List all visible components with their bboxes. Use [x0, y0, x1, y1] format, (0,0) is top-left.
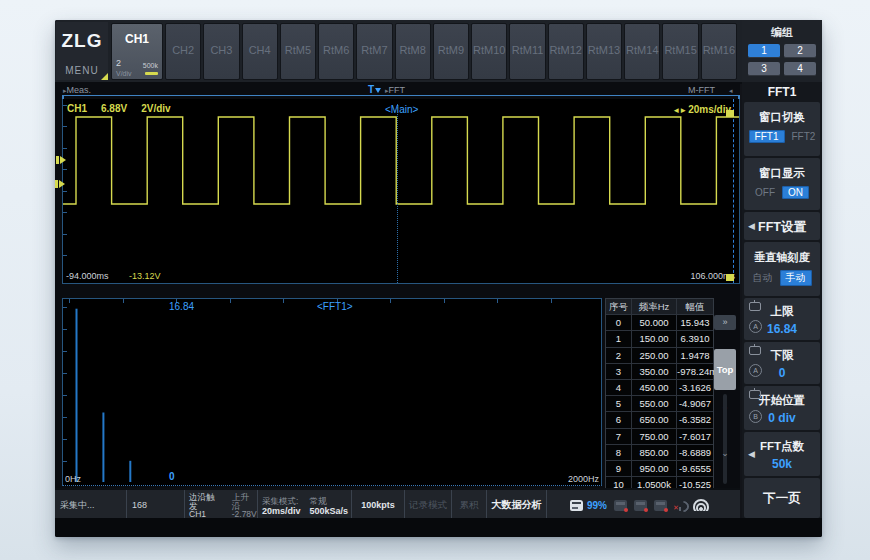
mfft-label: M-FFT: [688, 85, 715, 95]
acquisition-count-cell: 168: [127, 490, 185, 520]
table-cell: -4.9067: [677, 396, 713, 411]
table-scroll-rail: » Top ⌃ ⌄: [714, 298, 737, 488]
right-edge-cursor[interactable]: [733, 99, 734, 283]
table-row[interactable]: 6650.00-6.3582: [606, 412, 713, 428]
tab-rtm15[interactable]: RtM15: [662, 23, 698, 80]
table-row[interactable]: 7750.00-7.6017: [606, 429, 713, 445]
acquire-info-cell[interactable]: 采集模式: 20ms/div 常规 500kSa/s: [258, 490, 352, 520]
tab-rtm9[interactable]: RtM9: [433, 23, 469, 80]
mfft-collapse-icon[interactable]: ◂: [729, 85, 733, 95]
fft-spectrum-trace: [63, 299, 601, 483]
vertical-scale-auto-button[interactable]: 自动: [753, 271, 773, 285]
table-scrollbar-track[interactable]: [723, 394, 727, 484]
table-row[interactable]: 050.00015.943: [606, 315, 713, 331]
tab-label: CH2: [166, 44, 200, 56]
fft-marker-label: 0: [169, 471, 175, 482]
left-time-label: -94.000ms: [66, 271, 109, 281]
tab-depth-label: 500k: [143, 62, 158, 69]
accumulate-cell[interactable]: 累积: [452, 490, 487, 520]
fft-points-section[interactable]: ◀ FFT点数 50k: [744, 432, 820, 476]
table-cell: -8.6889: [677, 445, 713, 460]
gps-icon: ✕: [674, 500, 686, 511]
memory-depth: 100kpts: [352, 490, 404, 520]
vertical-scale-manual-button[interactable]: 手动: [780, 270, 812, 286]
tab-ch2[interactable]: CH2: [165, 23, 201, 80]
table-row[interactable]: 4450.00-3.1626: [606, 380, 713, 396]
fft-points-label: FFT点数: [744, 439, 820, 454]
meas-panel-handle[interactable]: ▸Meas.: [63, 85, 91, 95]
group-button-3[interactable]: 3: [748, 62, 780, 76]
cursor-top-handle[interactable]: [726, 110, 734, 117]
table-cell: 6.3910: [677, 331, 713, 346]
channel1-position-marker[interactable]: [55, 180, 65, 188]
big-data-cell[interactable]: 大数据分析: [487, 490, 547, 520]
trigger-level-marker[interactable]: [56, 156, 66, 164]
fft-panel-handle[interactable]: ▸FFT: [385, 85, 405, 95]
tab-rtm13[interactable]: RtM13: [586, 23, 622, 80]
tab-label: RtM13: [587, 44, 621, 56]
window-switch-fft1-button[interactable]: FFT1: [749, 130, 785, 143]
tab-rtm6[interactable]: RtM6: [318, 23, 354, 80]
table-top-button[interactable]: Top: [714, 349, 736, 390]
start-position-section[interactable]: B 开始位置 0 div: [744, 386, 820, 430]
trigger-edge: 上升沿: [232, 493, 257, 510]
trigger-info-cell[interactable]: 边沿触发 CH1 自动 上升沿 -2.78V: [185, 490, 258, 520]
tab-label: RtM8: [396, 44, 430, 56]
tab-label: RtM10: [472, 44, 506, 56]
top-bar: ZLG MENU CH12V/div500kCH2CH3CH4RtM5RtM6R…: [55, 20, 822, 84]
acquisition-status-cell: 采集中...: [55, 490, 127, 520]
window-display-on-button[interactable]: ON: [782, 186, 809, 199]
tab-ch1[interactable]: CH12V/div500k: [111, 23, 163, 80]
tab-rtm7[interactable]: RtM7: [356, 23, 392, 80]
tab-rtm11[interactable]: RtM11: [509, 23, 545, 80]
knob-b-icon: B: [749, 410, 762, 423]
group-button-1[interactable]: 1: [748, 44, 780, 58]
table-expand-button[interactable]: »: [714, 315, 736, 330]
menu-button[interactable]: ZLG MENU: [56, 22, 108, 80]
table-cell: -978.24m: [677, 364, 713, 379]
cursor-bottom-handle[interactable]: [726, 274, 734, 281]
window-switch-fft2-button[interactable]: FFT2: [792, 131, 816, 142]
tab-rtm5[interactable]: RtM5: [280, 23, 316, 80]
table-header-cell: 幅值: [677, 299, 713, 314]
table-cell: 15.943: [677, 315, 713, 330]
record-mode-cell[interactable]: 记录模式: [405, 490, 452, 520]
table-cell: -7.6017: [677, 429, 713, 444]
upper-limit-section[interactable]: A 上限 16.84: [744, 298, 820, 340]
grouping-buttons: 1234: [746, 42, 818, 78]
table-row[interactable]: 9950.00-9.6555: [606, 461, 713, 477]
status-icons: 99% ✕: [570, 490, 709, 520]
table-row[interactable]: 8850.00-8.6889: [606, 445, 713, 461]
tab-rtm16[interactable]: RtM16: [701, 23, 737, 80]
timebase-readout: ◄►20ms/div: [672, 104, 731, 115]
table-row[interactable]: 5550.00-4.9067: [606, 396, 713, 412]
tab-scale-label: 2: [116, 58, 121, 68]
group-button-2[interactable]: 2: [784, 44, 816, 58]
table-row[interactable]: 1150.006.3910: [606, 331, 713, 347]
panel-title: FFT1: [742, 82, 822, 99]
table-row[interactable]: 2250.001.9478: [606, 348, 713, 364]
memory-depth-cell: 100kpts: [352, 490, 405, 520]
sd-card-icon: [570, 500, 583, 511]
table-cell: 1.9478: [677, 348, 713, 363]
fft-freq-start-label: 0Hz: [65, 474, 81, 484]
tab-ch4[interactable]: CH4: [242, 23, 278, 80]
tab-rtm8[interactable]: RtM8: [395, 23, 431, 80]
trigger-position-marker[interactable]: T: [368, 84, 381, 95]
tab-rtm14[interactable]: RtM14: [624, 23, 660, 80]
lower-limit-section[interactable]: A 下限 0: [744, 342, 820, 384]
fft-scale-max-label: 16.84: [169, 301, 194, 312]
table-scroll-down-icon[interactable]: ⌄: [714, 448, 736, 458]
tab-ch3[interactable]: CH3: [203, 23, 239, 80]
table-row[interactable]: 3350.00-978.24m: [606, 364, 713, 380]
table-cell: 950.00: [632, 461, 677, 476]
tab-rtm12[interactable]: RtM12: [548, 23, 584, 80]
storage-icon-3: [654, 500, 667, 511]
window-display-off-button[interactable]: OFF: [755, 187, 775, 198]
knob-a-icon: A: [749, 364, 762, 377]
next-page-button[interactable]: 下一页: [744, 478, 820, 518]
tab-rtm10[interactable]: RtM10: [471, 23, 507, 80]
fft-settings-button[interactable]: ◀ FFT设置: [744, 212, 820, 240]
grouping-title: 编组: [742, 25, 822, 40]
group-button-4[interactable]: 4: [784, 62, 816, 76]
